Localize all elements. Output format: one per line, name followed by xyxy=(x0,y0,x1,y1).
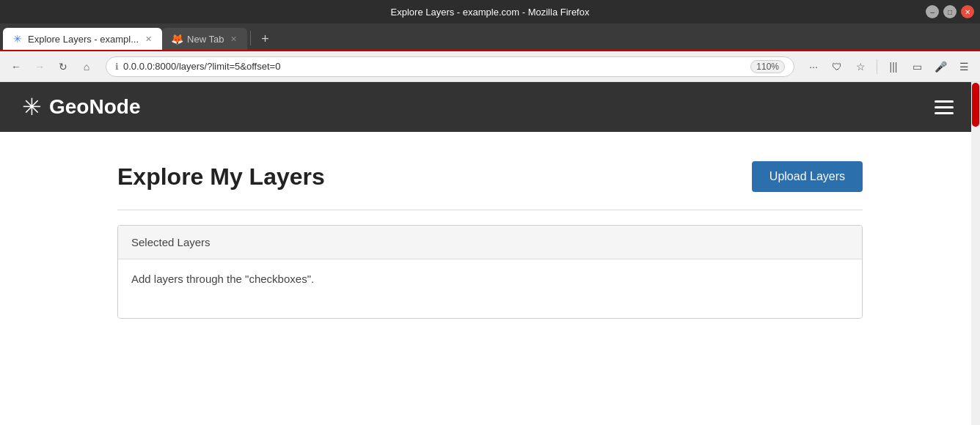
firefox-icon: 🦊 xyxy=(171,33,183,45)
mic-icon[interactable]: 🎤 xyxy=(930,56,951,77)
scrollbar-thumb[interactable] xyxy=(972,83,979,127)
reload-button[interactable]: ↻ xyxy=(53,56,73,77)
zoom-badge: 110% xyxy=(750,60,785,73)
selected-layers-panel: Selected Layers Add layers through the "… xyxy=(117,225,863,319)
back-button[interactable]: ← xyxy=(6,56,26,77)
maximize-button[interactable]: □ xyxy=(943,5,957,18)
hamburger-line-1 xyxy=(935,100,954,103)
tab-new-tab[interactable]: 🦊 New Tab ✕ xyxy=(162,28,247,50)
tab-bar: ✳ Explore Layers - exampl... ✕ 🦊 New Tab… xyxy=(0,23,980,51)
geonode-star-icon: ✳ xyxy=(22,93,42,121)
tab-new-label: New Tab xyxy=(187,34,224,45)
window-controls: – □ ✕ xyxy=(926,5,974,18)
url-input[interactable] xyxy=(123,61,746,72)
tab-explore-layers[interactable]: ✳ Explore Layers - exampl... ✕ xyxy=(3,28,162,50)
forward-button[interactable]: → xyxy=(29,56,50,77)
browser-scrollbar[interactable] xyxy=(971,82,980,425)
tab-explore-label: Explore Layers - exampl... xyxy=(28,34,139,45)
new-tab-button[interactable]: + xyxy=(257,32,274,47)
browser-window: Explore Layers - example.com - Mozilla F… xyxy=(0,0,980,425)
shield-icon[interactable]: 🛡 xyxy=(827,56,847,77)
address-bar[interactable]: ℹ 110% xyxy=(106,56,794,77)
asterisk-icon: ✳ xyxy=(12,33,23,45)
close-button[interactable]: ✕ xyxy=(961,5,974,18)
section-divider xyxy=(117,210,863,210)
bookmark-icon[interactable]: ☆ xyxy=(850,56,871,77)
title-bar: Explore Layers - example.com - Mozilla F… xyxy=(0,0,980,23)
tab-explore-close[interactable]: ✕ xyxy=(143,34,153,44)
minimize-button[interactable]: – xyxy=(926,5,939,18)
home-button[interactable]: ⌂ xyxy=(76,56,97,77)
hamburger-line-3 xyxy=(935,112,954,114)
tab-separator xyxy=(250,31,251,45)
app-logo: ✳ GeoNode xyxy=(22,93,140,121)
upload-layers-button[interactable]: Upload Layers xyxy=(752,161,863,192)
menu-icon[interactable]: ☰ xyxy=(954,56,974,77)
page-header: Explore My Layers Upload Layers xyxy=(117,161,863,192)
nav-icons-right: ··· 🛡 ☆ ||| ▭ 🎤 ☰ xyxy=(803,56,974,77)
library-icon[interactable]: ||| xyxy=(883,56,904,77)
tab-new-close[interactable]: ✕ xyxy=(228,34,238,44)
hamburger-menu-button[interactable] xyxy=(930,96,958,119)
more-options-button[interactable]: ··· xyxy=(803,56,824,77)
info-icon: ℹ xyxy=(115,62,119,72)
page-content: Explore My Layers Upload Layers Selected… xyxy=(0,132,980,341)
app-header: ✳ GeoNode xyxy=(0,82,980,132)
page-title: Explore My Layers xyxy=(117,163,325,191)
app-logo-text: GeoNode xyxy=(49,95,140,119)
nav-bar: ← → ↻ ⌂ ℹ 110% ··· 🛡 ☆ ||| ▭ 🎤 ☰ xyxy=(0,51,980,82)
selected-layers-body: Add layers through the "checkboxes". xyxy=(118,259,862,318)
title-bar-text: Explore Layers - example.com - Mozilla F… xyxy=(391,7,590,18)
sidebar-icon[interactable]: ▭ xyxy=(907,56,927,77)
hamburger-line-2 xyxy=(935,106,954,108)
selected-layers-header: Selected Layers xyxy=(118,226,862,259)
nav-divider xyxy=(877,59,877,74)
